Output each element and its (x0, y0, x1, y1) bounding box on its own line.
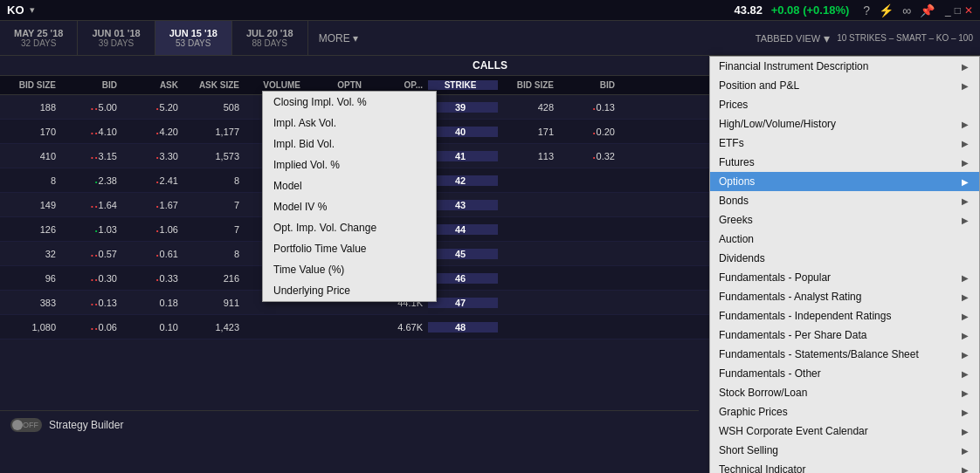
left-submenu-item[interactable]: Closing Impl. Vol. % (263, 92, 436, 113)
ticker-dropdown-icon[interactable]: ▾ (30, 4, 35, 16)
help-icon[interactable]: ? (863, 3, 870, 17)
left-submenu-item[interactable]: Model (263, 175, 436, 196)
date-tab-sub-2: 53 DAYS (176, 38, 210, 48)
right-menu-item[interactable]: Short Selling▶ (710, 441, 979, 460)
menu-item-label: ETFs (719, 137, 744, 149)
right-menu-item[interactable]: Graphic Prices▶ (710, 402, 979, 422)
right-menu-item[interactable]: Fundamentals - Popular▶ (710, 268, 979, 287)
cell-ask-size: 1,177 (183, 127, 245, 137)
link-icon[interactable]: ∞ (902, 3, 911, 17)
right-menu-item[interactable]: Bonds▶ (710, 191, 979, 210)
right-menu-item[interactable]: Technical Indicator▶ (710, 460, 979, 473)
right-menu-item[interactable]: Position and P&L▶ (710, 76, 979, 95)
right-menu-item[interactable]: Dividends (710, 249, 979, 268)
window-controls: _ □ ✕ (945, 4, 973, 17)
cell-strike: 44 (428, 224, 498, 235)
menu-item-arrow: ▶ (962, 388, 969, 398)
right-menu-item[interactable]: ETFs▶ (710, 134, 979, 153)
pin-icon[interactable]: 📌 (920, 3, 935, 17)
left-submenu: Closing Impl. Vol. %Impl. Ask Vol.Impl. … (262, 91, 437, 302)
cell-strike: 42 (428, 175, 498, 186)
strategy-builder-label: Strategy Builder (49, 419, 123, 431)
right-menu-item[interactable]: Fundamentals - Analyst Rating▶ (710, 287, 979, 306)
right-menu-item[interactable]: Prices (710, 95, 979, 114)
menu-item-arrow: ▶ (962, 196, 969, 206)
cell-bid-size: 96 (0, 273, 61, 284)
left-submenu-item[interactable]: Impl. Bid Vol. (263, 134, 436, 154)
right-menu-item[interactable]: Futures▶ (710, 153, 979, 172)
cell-strike: 39 (428, 102, 498, 113)
cell-bid: •0.30 (61, 273, 122, 284)
price-change: +0.08 (+0.18%) (771, 3, 850, 17)
left-submenu-item[interactable]: Impl. Ask Vol. (263, 113, 436, 134)
right-menu-item[interactable]: Fundamentals - Statements/Balance Sheet▶ (710, 345, 979, 364)
date-tab-0[interactable]: MAY 25 '18 32 DAYS (0, 21, 78, 55)
right-menu-item[interactable]: Fundamentals - Independent Ratings▶ (710, 306, 979, 326)
col-ask: ASK (122, 80, 183, 90)
cell-bid-size: 1,080 (0, 322, 61, 332)
cell-strike: 45 (428, 249, 498, 259)
menu-item-arrow: ▶ (962, 273, 969, 283)
date-tab-2[interactable]: JUN 15 '18 53 DAYS (155, 21, 232, 55)
menu-item-arrow: ▶ (962, 350, 969, 360)
right-menu-item[interactable]: WSH Corporate Event Calendar▶ (710, 422, 979, 441)
main-area: CALLS BID SIZE BID ASK ASK SIZE VOLUME O… (0, 56, 980, 438)
left-submenu-item[interactable]: Portfolio Time Value (263, 238, 436, 259)
cell-bid-size: 188 (0, 102, 61, 113)
cell-ask: •5.20 (122, 102, 183, 113)
date-tab-sub-0: 32 DAYS (21, 38, 56, 48)
left-submenu-item[interactable]: Opt. Imp. Vol. Change (263, 217, 436, 238)
lightning-icon[interactable]: ⚡ (879, 3, 894, 17)
minimize-button[interactable]: _ (945, 4, 951, 17)
right-menu-item[interactable]: Fundamentals - Per Share Data▶ (710, 326, 979, 345)
close-button[interactable]: ✕ (964, 4, 973, 17)
cell-ask: •3.30 (122, 151, 183, 161)
col-optn: OPTN (306, 80, 367, 90)
menu-item-arrow: ▶ (962, 177, 969, 187)
col-put-bid-size: BID SIZE (498, 80, 559, 90)
menu-item-label: Auction (719, 233, 754, 245)
cell-ask-size: 911 (183, 298, 245, 308)
menu-item-label: Graphic Prices (719, 406, 788, 418)
menu-item-arrow: ▶ (962, 369, 969, 379)
right-menu-item[interactable]: Stock Borrow/Loan▶ (710, 383, 979, 402)
cell-ask-size: 1,573 (183, 151, 245, 161)
strategy-toggle[interactable]: OFF (10, 418, 42, 432)
menu-item-label: WSH Corporate Event Calendar (719, 425, 868, 437)
menu-item-label: Fundamentals - Independent Ratings (719, 310, 891, 322)
cell-bid: •0.13 (61, 298, 122, 308)
left-submenu-item[interactable]: Underlying Price (263, 280, 436, 301)
menu-item-label: Position and P&L (719, 79, 799, 92)
tabbed-view-label: TABBED VIEW (756, 33, 820, 44)
menu-item-label: Options (719, 175, 755, 188)
right-menu-item[interactable]: High/Low/Volume/History▶ (710, 114, 979, 134)
menu-item-arrow: ▶ (962, 331, 969, 340)
price-info: 43.82 +0.08 (+0.18%) (734, 3, 849, 17)
left-submenu-item[interactable]: Time Value (%) (263, 259, 436, 280)
right-menu-item[interactable]: Greeks▶ (710, 210, 979, 230)
left-submenu-item[interactable]: Model IV % (263, 196, 436, 217)
date-tab-1[interactable]: JUN 01 '18 39 DAYS (78, 21, 155, 55)
right-menu-items: Financial Instrument Description▶Positio… (710, 57, 979, 473)
right-menu-item[interactable]: Options▶ (710, 172, 979, 191)
cell-bid-size: 126 (0, 224, 61, 235)
cell-put-bid: •0.20 (559, 127, 620, 137)
cell-ask: •1.67 (122, 200, 183, 210)
cell-ask: •0.61 (122, 249, 183, 259)
date-tab-label-3: JUL 20 '18 (246, 28, 293, 38)
left-submenu-item[interactable]: Implied Vol. % (263, 154, 436, 175)
more-button[interactable]: MORE ▾ (308, 29, 369, 48)
cell-ask: •1.06 (122, 224, 183, 235)
cell-strike: 48 (428, 322, 498, 332)
tabbed-view-button[interactable]: TABBED VIEW ▾ (756, 31, 830, 45)
cell-bid-size: 410 (0, 151, 61, 161)
right-menu-item[interactable]: Financial Instrument Description▶ (710, 57, 979, 76)
menu-item-label: High/Low/Volume/History (719, 118, 836, 130)
cell-ask: •0.33 (122, 273, 183, 284)
date-tab-3[interactable]: JUL 20 '18 88 DAYS (232, 21, 308, 55)
right-menu-item[interactable]: Auction (710, 230, 979, 249)
right-menu-item[interactable]: Fundamentals - Other▶ (710, 364, 979, 383)
menu-item-arrow: ▶ (962, 62, 969, 72)
ticker-label[interactable]: KO (7, 3, 24, 17)
maximize-button[interactable]: □ (955, 4, 961, 17)
